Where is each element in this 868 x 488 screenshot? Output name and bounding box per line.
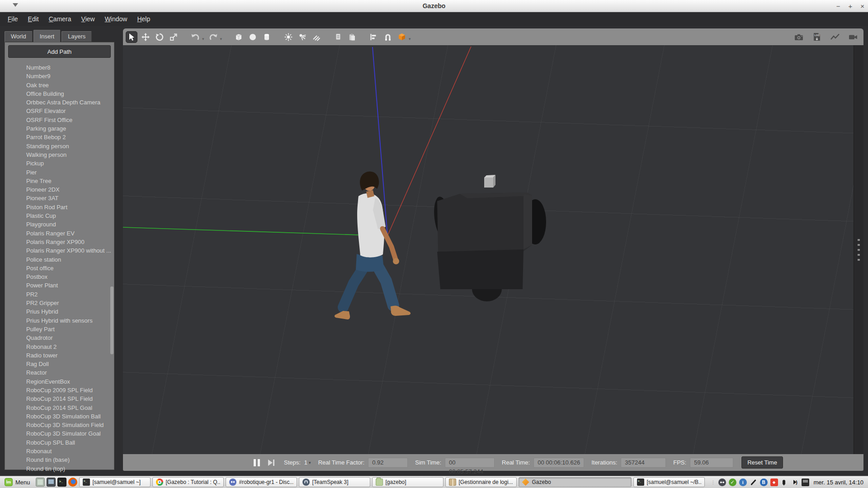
microphone-icon[interactable] bbox=[781, 479, 788, 486]
show-desktop-button[interactable] bbox=[36, 478, 45, 487]
menu-item[interactable]: Camera bbox=[44, 13, 76, 25]
undo-history-dropdown-icon[interactable]: ▾ bbox=[202, 37, 204, 41]
model-list-item[interactable]: Oak tree bbox=[8, 81, 111, 89]
panel-tab[interactable]: Insert bbox=[33, 30, 61, 42]
model-list-item[interactable]: Round tin (top) bbox=[8, 465, 111, 472]
model-list-item[interactable]: Robonaut bbox=[8, 447, 111, 455]
model-list-item[interactable]: Prius Hybrid with sensors bbox=[8, 316, 111, 325]
model-list-item[interactable]: RoboCup 2014 SPL Goal bbox=[8, 404, 111, 412]
steps-spinner-icon[interactable]: ▾ bbox=[309, 460, 311, 465]
taskbar-window-button[interactable]: [TeamSpeak 3] bbox=[299, 477, 370, 487]
menu-item[interactable]: View bbox=[76, 13, 100, 25]
rotate-tool-button[interactable] bbox=[154, 31, 165, 43]
model-list-item[interactable]: PR2 Gripper bbox=[8, 299, 111, 307]
model-list-item[interactable]: Reactor bbox=[8, 368, 111, 377]
directional-light-button[interactable] bbox=[311, 31, 322, 43]
taskbar-clock[interactable]: mer. 15 avril, 14:10 bbox=[814, 479, 864, 486]
model-list-item[interactable]: Postbox bbox=[8, 272, 111, 281]
point-light-button[interactable] bbox=[283, 31, 294, 43]
model-list-item[interactable]: Parking garage bbox=[8, 124, 111, 133]
model-list-item[interactable]: Polaris Ranger XP900 without ... bbox=[8, 246, 111, 255]
model-list-item[interactable]: Number9 bbox=[8, 72, 111, 80]
menu-item[interactable]: Help bbox=[132, 13, 155, 25]
box-shape-button[interactable] bbox=[233, 31, 245, 43]
model-list-item[interactable]: Office Building bbox=[8, 89, 111, 98]
mint-menu-button[interactable]: lm Menu bbox=[3, 477, 34, 487]
model-list-item[interactable]: RoboCup 3D Simulation Ball bbox=[8, 412, 111, 421]
steps-spinbox[interactable]: 1 ▾ bbox=[304, 459, 311, 466]
undo-button[interactable] bbox=[189, 31, 201, 43]
snap-button[interactable] bbox=[382, 31, 394, 43]
screenshot-button[interactable] bbox=[793, 31, 805, 43]
model-list-item[interactable]: Pioneer 3AT bbox=[8, 194, 111, 202]
model-list-item[interactable]: Parrot Bebop 2 bbox=[8, 133, 111, 141]
panel-tab[interactable]: Layers bbox=[61, 31, 92, 42]
model-list-item[interactable]: RoboCup 3D Simulation Field bbox=[8, 421, 111, 429]
close-button[interactable]: × bbox=[860, 3, 864, 9]
video-record-button[interactable] bbox=[847, 31, 859, 43]
taskbar-window-button[interactable]: [samuel@samuel ~] bbox=[79, 477, 151, 487]
model-list-item[interactable]: Pulley Part bbox=[8, 325, 111, 333]
updates-ok-icon[interactable]: ✓ bbox=[729, 479, 736, 486]
3d-viewport[interactable] bbox=[123, 45, 863, 454]
spot-light-button[interactable] bbox=[297, 31, 308, 43]
log-record-button[interactable]: LOG bbox=[811, 31, 823, 43]
model-list-item[interactable]: Playground bbox=[8, 220, 111, 229]
step-button[interactable] bbox=[266, 457, 277, 468]
add-path-button[interactable]: Add Path bbox=[8, 45, 111, 58]
pause-button[interactable] bbox=[251, 457, 262, 468]
maximize-button[interactable]: + bbox=[848, 3, 852, 9]
model-list-item[interactable]: OSRF First Office bbox=[8, 116, 111, 124]
model-list-item[interactable]: RoboCup 2014 SPL Field bbox=[8, 394, 111, 403]
taskbar-window-button[interactable]: Gazebo bbox=[519, 477, 632, 487]
model-list-item[interactable]: Plastic Cup bbox=[8, 211, 111, 220]
model-list-item[interactable]: RegionEventBox bbox=[8, 377, 111, 386]
bluetooth-icon[interactable]: B bbox=[760, 479, 768, 486]
menu-item[interactable]: Edit bbox=[23, 13, 44, 25]
screen-launcher-icon[interactable] bbox=[47, 478, 56, 487]
firefox-launcher-icon[interactable] bbox=[68, 478, 77, 487]
terminal-launcher-icon[interactable] bbox=[57, 478, 66, 487]
model-list-item[interactable]: Polaris Ranger XP900 bbox=[8, 238, 111, 246]
model-list-item[interactable]: Number8 bbox=[8, 63, 111, 72]
model-list-item[interactable]: RoboCup 2009 SPL Field bbox=[8, 386, 111, 394]
sphere-shape-button[interactable] bbox=[247, 31, 259, 43]
model-list-item[interactable]: Pickup bbox=[8, 159, 111, 168]
volume-icon[interactable] bbox=[791, 479, 799, 486]
model-list-item[interactable]: Walking person bbox=[8, 150, 111, 159]
color-profile-icon[interactable]: ◆ bbox=[770, 479, 778, 486]
shield-info-icon[interactable]: i bbox=[739, 479, 747, 486]
align-button[interactable] bbox=[368, 31, 380, 43]
paste-button[interactable] bbox=[346, 31, 358, 43]
model-list-item[interactable]: Piston Rod Part bbox=[8, 203, 111, 211]
model-list-item[interactable]: Rag Doll bbox=[8, 360, 111, 368]
taskbar-window-button[interactable]: [gazebo] bbox=[372, 477, 443, 487]
model-list-item[interactable]: RoboCup SPL Ball bbox=[8, 438, 111, 447]
taskbar-window-button[interactable]: [Gestionnaire de logi... bbox=[445, 477, 517, 487]
menu-item[interactable]: File bbox=[3, 13, 23, 25]
model-list-item[interactable]: Power Plant bbox=[8, 281, 111, 290]
panel-scrollbar-thumb[interactable] bbox=[110, 286, 113, 354]
minimize-button[interactable]: − bbox=[836, 3, 840, 9]
translate-tool-button[interactable] bbox=[140, 31, 151, 43]
select-tool-button[interactable] bbox=[126, 31, 137, 43]
model-list-item[interactable]: Quadrotor bbox=[8, 333, 111, 342]
model-list-item[interactable]: Pine Tree bbox=[8, 177, 111, 185]
taskbar-window-button[interactable]: [Gazebo : Tutorial : Q... bbox=[152, 477, 224, 487]
model-list-item[interactable]: Orbbec Astra Depth Camera bbox=[8, 98, 111, 107]
model-list-item[interactable]: Police station bbox=[8, 255, 111, 264]
model-list-item[interactable]: Post office bbox=[8, 264, 111, 272]
reset-time-button[interactable]: Reset Time bbox=[741, 456, 783, 469]
panel-tab[interactable]: World bbox=[5, 31, 33, 42]
model-list-item[interactable]: Radio tower bbox=[8, 351, 111, 360]
view-angle-button[interactable] bbox=[396, 31, 408, 43]
model-list-item[interactable]: RoboCup 3D Simulator Goal bbox=[8, 429, 111, 438]
model-list-item[interactable]: Pioneer 2DX bbox=[8, 185, 111, 194]
stylus-icon[interactable] bbox=[750, 479, 757, 486]
redo-button[interactable] bbox=[208, 31, 219, 43]
model-list-item[interactable]: Pier bbox=[8, 168, 111, 177]
panel-splitter-handle[interactable] bbox=[854, 45, 863, 454]
copy-button[interactable] bbox=[332, 31, 344, 43]
keyboard-tray-icon[interactable] bbox=[802, 479, 809, 486]
taskbar-window-button[interactable]: #robotique-gr1 - Disc... bbox=[226, 477, 297, 487]
